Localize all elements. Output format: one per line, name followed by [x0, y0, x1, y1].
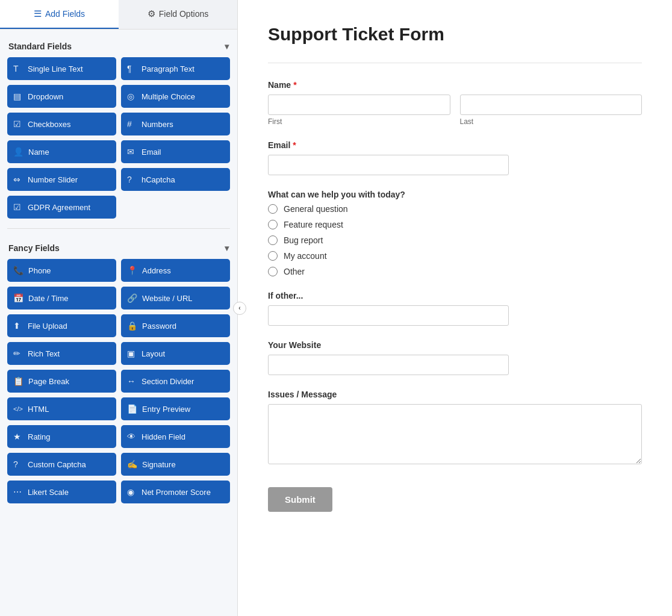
first-name-input[interactable]: [268, 95, 450, 115]
html-icon: </>: [13, 405, 23, 412]
submit-button[interactable]: Submit: [268, 487, 332, 512]
dropdown-icon: ▤: [13, 92, 23, 101]
tab-add-fields-label: Add Fields: [45, 9, 85, 19]
checkboxes-icon: ☑: [13, 119, 23, 129]
field-date-time[interactable]: 📅 Date / Time: [7, 287, 116, 310]
field-html[interactable]: </> HTML: [7, 397, 116, 420]
field-name[interactable]: 👤 Name: [7, 140, 116, 163]
name-icon: 👤: [13, 147, 23, 157]
last-name-col: Last: [460, 95, 642, 126]
single-line-text-icon: T: [13, 64, 23, 73]
field-phone[interactable]: 📞 Phone: [7, 259, 116, 282]
field-rich-text[interactable]: ✏ Rich Text: [7, 342, 116, 365]
phone-icon: 📞: [13, 266, 23, 275]
standard-fields-header: Standard Fields ▾: [7, 37, 230, 57]
radio-my-account-input[interactable]: [268, 251, 278, 261]
left-panel: ☰ Add Fields ⚙ Field Options Standard Fi…: [0, 0, 238, 616]
form-field-email: Email *: [268, 140, 642, 175]
radio-bug-report[interactable]: Bug report: [268, 235, 642, 245]
radio-other-input[interactable]: [268, 267, 278, 276]
entry-preview-icon: 📄: [127, 404, 137, 414]
tabs-bar: ☰ Add Fields ⚙ Field Options: [0, 0, 237, 30]
radio-bug-report-input[interactable]: [268, 235, 278, 245]
radio-my-account[interactable]: My account: [268, 251, 642, 261]
number-slider-icon: ⇔: [13, 175, 23, 184]
standard-fields-label: Standard Fields: [8, 42, 72, 51]
issues-textarea[interactable]: [268, 404, 642, 464]
help-radio-group: General question Feature request Bug rep…: [268, 204, 642, 276]
if-other-label: If other...: [268, 291, 642, 300]
field-dropdown[interactable]: ▤ Dropdown: [7, 85, 116, 108]
radio-general-question-input[interactable]: [268, 204, 278, 214]
form-preview-panel: Support Ticket Form Name * First Last Em…: [238, 0, 672, 616]
form-divider: [268, 63, 642, 63]
field-file-upload[interactable]: ⬆ File Upload: [7, 314, 116, 337]
radio-feature-request[interactable]: Feature request: [268, 220, 642, 229]
field-net-promoter-score[interactable]: ◉ Net Promoter Score: [121, 481, 230, 503]
name-field-label: Name *: [268, 80, 642, 90]
net-promoter-score-icon: ◉: [127, 487, 137, 497]
first-name-col: First: [268, 95, 450, 126]
add-fields-icon: ☰: [34, 8, 42, 19]
field-hcaptcha[interactable]: ? hCaptcha: [121, 168, 230, 191]
fancy-fields-header: Fancy Fields ▾: [7, 238, 230, 259]
name-required-star: *: [293, 80, 296, 90]
tab-field-options[interactable]: ⚙ Field Options: [119, 0, 237, 29]
first-name-sublabel: First: [268, 117, 450, 126]
field-section-divider[interactable]: ↔ Section Divider: [121, 370, 230, 393]
radio-other[interactable]: Other: [268, 267, 642, 276]
radio-feature-request-input[interactable]: [268, 220, 278, 229]
help-field-label: What can we help you with today?: [268, 190, 642, 199]
field-multiple-choice[interactable]: ◎ Multiple Choice: [121, 85, 230, 108]
rich-text-icon: ✏: [13, 349, 23, 358]
rating-icon: ★: [13, 432, 23, 441]
field-single-line-text[interactable]: T Single Line Text: [7, 57, 116, 80]
field-number-slider[interactable]: ⇔ Number Slider: [7, 168, 116, 191]
tab-field-options-label: Field Options: [159, 9, 208, 19]
date-time-icon: 📅: [13, 293, 23, 303]
field-website-url[interactable]: 🔗 Website / URL: [121, 287, 230, 310]
fields-panel: Standard Fields ▾ T Single Line Text ¶ P…: [0, 30, 237, 616]
field-entry-preview[interactable]: 📄 Entry Preview: [121, 397, 230, 420]
field-paragraph-text[interactable]: ¶ Paragraph Text: [121, 57, 230, 80]
field-password[interactable]: 🔒 Password: [121, 314, 230, 337]
field-address[interactable]: 📍 Address: [121, 259, 230, 282]
field-checkboxes[interactable]: ☑ Checkboxes: [7, 113, 116, 135]
fancy-fields-label: Fancy Fields: [8, 243, 60, 253]
field-options-icon: ⚙: [148, 8, 155, 19]
fancy-fields-chevron[interactable]: ▾: [225, 243, 229, 253]
if-other-input[interactable]: [268, 305, 509, 326]
last-name-sublabel: Last: [460, 117, 642, 126]
numbers-icon: #: [127, 119, 137, 129]
form-field-name: Name * First Last: [268, 80, 642, 126]
field-numbers[interactable]: # Numbers: [121, 113, 230, 135]
hidden-field-icon: 👁: [127, 432, 137, 441]
last-name-input[interactable]: [460, 95, 642, 115]
website-label: Your Website: [268, 340, 642, 350]
field-rating[interactable]: ★ Rating: [7, 425, 116, 448]
file-upload-icon: ⬆: [13, 321, 23, 331]
radio-general-question[interactable]: General question: [268, 204, 642, 214]
field-likert-scale[interactable]: ⋯ Likert Scale: [7, 481, 116, 503]
password-icon: 🔒: [127, 321, 137, 331]
field-gdpr[interactable]: ☑ GDPR Agreement: [7, 196, 116, 219]
email-input[interactable]: [268, 155, 509, 175]
tab-add-fields[interactable]: ☰ Add Fields: [0, 0, 119, 29]
email-required-star: *: [293, 140, 296, 150]
form-field-help: What can we help you with today? General…: [268, 190, 642, 276]
field-custom-captcha[interactable]: ? Custom Captcha: [7, 453, 116, 476]
hcaptcha-icon: ?: [127, 175, 137, 184]
website-input[interactable]: [268, 355, 509, 375]
form-title: Support Ticket Form: [268, 24, 642, 45]
section-divider-standard: [7, 228, 230, 229]
field-signature[interactable]: ✍ Signature: [121, 453, 230, 476]
form-field-if-other: If other...: [268, 291, 642, 326]
field-email[interactable]: ✉ Email: [121, 140, 230, 163]
field-layout[interactable]: ▣ Layout: [121, 342, 230, 365]
signature-icon: ✍: [127, 459, 137, 469]
field-hidden-field[interactable]: 👁 Hidden Field: [121, 425, 230, 448]
field-page-break[interactable]: 📋 Page Break: [7, 370, 116, 393]
panel-collapse-button[interactable]: ‹: [233, 302, 246, 315]
standard-fields-chevron[interactable]: ▾: [225, 42, 229, 51]
name-row: First Last: [268, 95, 642, 126]
